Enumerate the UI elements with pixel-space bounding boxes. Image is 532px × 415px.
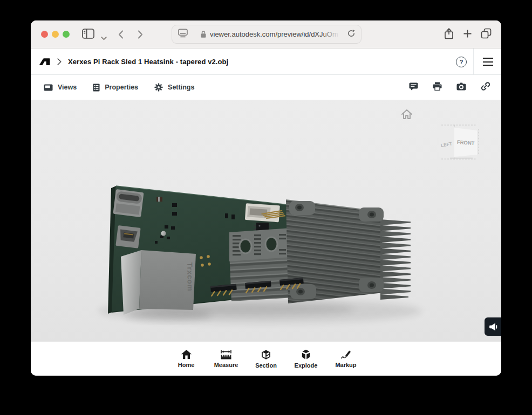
sidebar-toggle-button[interactable] — [82, 29, 94, 41]
help-button[interactable]: ? — [456, 57, 467, 67]
ethernet-label: Trxcom — [186, 262, 194, 292]
viewer-toolbar-right — [409, 75, 501, 100]
minimize-window-button[interactable] — [52, 31, 59, 38]
viewcube[interactable]: LEFT FRONT — [435, 123, 480, 164]
share-link-button[interactable] — [481, 81, 490, 93]
tool-home-label: Home — [178, 362, 195, 368]
share-icon — [444, 27, 454, 40]
autodesk-logo[interactable] — [39, 58, 50, 66]
browser-window: viewer.autodesk.com/preview/id/dXJuOm — [31, 20, 501, 376]
viewer-canvas[interactable]: Trxcom — [31, 100, 501, 341]
reload-icon — [347, 29, 356, 38]
model-3d-render: Trxcom — [31, 100, 501, 341]
measure-icon — [220, 350, 232, 359]
properties-label: Properties — [105, 84, 138, 91]
chevron-right-icon — [138, 30, 143, 39]
url-display: viewer.autodesk.com/preview/id/dXJuOm — [200, 30, 346, 38]
zoom-window-button[interactable] — [63, 31, 70, 38]
properties-icon — [93, 84, 100, 92]
bottom-toolbar: Home Measure Section — [31, 341, 501, 376]
viewcube-home-button[interactable] — [400, 108, 413, 122]
viewer-toolbar: Views Properties — [31, 75, 501, 100]
tabs-overview-button[interactable] — [481, 28, 492, 41]
close-window-button[interactable] — [41, 31, 48, 38]
comment-button[interactable] — [409, 82, 418, 93]
share-button[interactable] — [444, 27, 454, 42]
page-title: Xerxes Pi Rack Sled 1 Heatsink - tapered… — [68, 58, 228, 66]
feedback-button[interactable] — [485, 317, 501, 336]
tool-explode-label: Explode — [295, 362, 318, 369]
home-icon — [181, 349, 192, 359]
sidebar-menu-chevron[interactable] — [101, 33, 107, 43]
comment-icon — [409, 82, 418, 91]
views-icon — [44, 84, 53, 91]
tool-measure-label: Measure — [214, 362, 238, 368]
link-icon — [481, 81, 490, 91]
address-bar[interactable]: viewer.autodesk.com/preview/id/dXJuOm — [172, 25, 362, 44]
print-icon — [433, 82, 442, 91]
forward-button[interactable] — [138, 30, 143, 41]
new-tab-button[interactable] — [463, 29, 472, 40]
page-settings-button[interactable] — [178, 29, 188, 40]
menu-button[interactable] — [483, 58, 493, 66]
url-fade — [321, 30, 346, 38]
browser-toolbar: viewer.autodesk.com/preview/id/dXJuOm — [31, 20, 501, 49]
tool-explode-button[interactable]: Explode — [294, 349, 318, 369]
header-divider — [473, 49, 474, 74]
toolbar-right-cluster — [444, 20, 501, 49]
views-button[interactable]: Views — [44, 84, 77, 91]
settings-gear-icon — [154, 83, 163, 92]
reload-button[interactable] — [347, 29, 356, 40]
tool-measure-button[interactable]: Measure — [214, 350, 238, 368]
tabs-icon — [481, 28, 492, 39]
settings-label: Settings — [168, 84, 194, 91]
tool-markup-button[interactable]: Markup — [334, 349, 358, 368]
properties-button[interactable]: Properties — [93, 84, 138, 92]
chevron-down-icon — [101, 37, 107, 40]
back-button[interactable] — [118, 30, 124, 41]
screenshot-button[interactable] — [456, 82, 466, 93]
markup-pen-icon — [340, 349, 352, 359]
settings-button[interactable]: Settings — [154, 83, 194, 92]
viewcube-front-label: FRONT — [457, 139, 475, 146]
explode-icon — [301, 349, 311, 360]
help-label: ? — [460, 59, 463, 65]
viewer-header: Xerxes Pi Rack Sled 1 Heatsink - tapered… — [31, 49, 501, 75]
tool-home-button[interactable]: Home — [174, 349, 198, 368]
camera-icon — [456, 82, 466, 91]
lock-icon — [200, 30, 207, 38]
section-icon — [261, 349, 271, 360]
print-button[interactable] — [433, 82, 442, 93]
plus-icon — [463, 29, 472, 38]
tool-markup-label: Markup — [335, 362, 356, 368]
tool-section-label: Section — [255, 362, 277, 369]
traffic-lights — [41, 31, 70, 38]
page-settings-icon — [178, 29, 188, 38]
url-text: viewer.autodesk.com/preview/id/dXJuOm — [210, 30, 338, 38]
chevron-left-icon — [118, 30, 124, 39]
megaphone-icon — [488, 322, 498, 331]
views-label: Views — [58, 84, 77, 91]
home-outline-icon — [400, 108, 413, 120]
tool-section-button[interactable]: Section — [254, 349, 278, 369]
breadcrumb-chevron-icon — [57, 58, 62, 65]
sidebar-icon — [82, 29, 94, 39]
